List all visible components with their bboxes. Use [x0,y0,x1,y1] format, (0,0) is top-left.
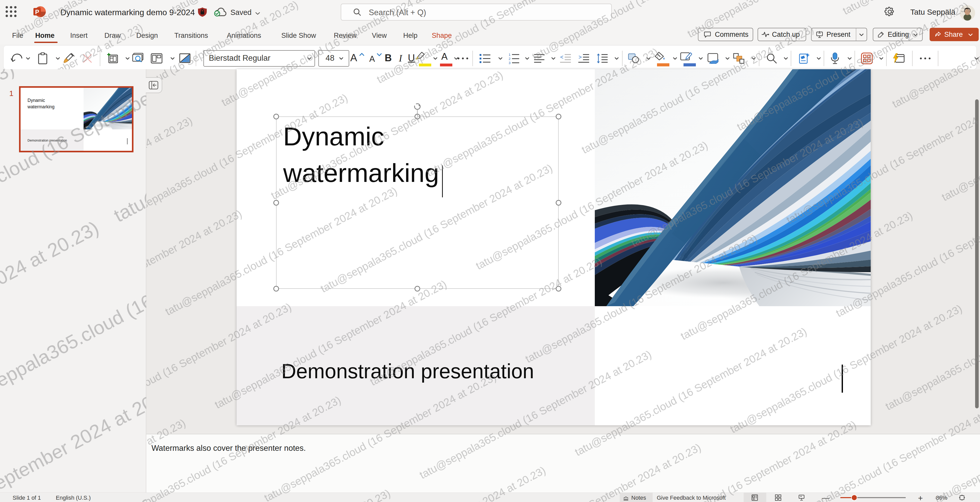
svg-text:3: 3 [509,61,511,64]
svg-text:2: 2 [509,57,511,61]
svg-text:1: 1 [509,53,511,57]
svg-text:P: P [35,8,39,16]
